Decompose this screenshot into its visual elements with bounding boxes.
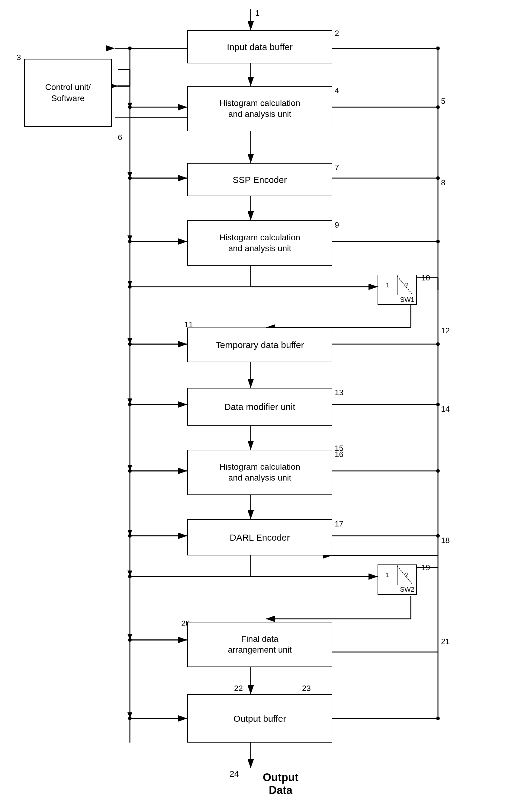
svg-point-76	[128, 716, 132, 720]
darl-encoder-box: DARL Encoder	[187, 519, 332, 555]
output-data-label: Output Data	[263, 771, 298, 797]
histogram2-label: Histogram calculation and analysis unit	[219, 232, 300, 254]
label-13: 13	[335, 388, 344, 397]
svg-marker-92	[127, 465, 132, 471]
label-8: 8	[441, 178, 445, 187]
svg-point-67	[128, 176, 132, 180]
label-14: 14	[441, 405, 450, 414]
label-2: 2	[335, 29, 339, 38]
svg-point-83	[436, 469, 440, 473]
data-modifier-label: Data modifier unit	[224, 401, 295, 412]
label-12: 12	[441, 326, 450, 335]
control-unit-label: Control unit/ Software	[45, 82, 91, 104]
svg-point-66	[128, 105, 132, 109]
sw1-port2: 2	[397, 275, 417, 295]
histogram3-box: Histogram calculation and analysis unit	[187, 450, 332, 495]
label-1: 1	[255, 9, 260, 18]
label-5: 5	[441, 97, 445, 106]
temp-buffer-label: Temporary data buffer	[216, 339, 304, 351]
control-unit-box: Control unit/ Software	[24, 59, 112, 127]
sw1-label: SW1	[378, 295, 416, 304]
darl-encoder-label: DARL Encoder	[230, 532, 290, 543]
sw1-port1: 1	[378, 275, 397, 295]
label-4: 4	[335, 86, 339, 96]
sw2-label: SW2	[378, 585, 416, 594]
label-18: 18	[441, 536, 450, 545]
diagram: Control unit/ Software 3 Input data buff…	[0, 0, 531, 812]
label-19: 19	[421, 563, 430, 572]
svg-point-84	[436, 534, 440, 538]
label-10: 10	[421, 273, 430, 282]
svg-point-71	[128, 403, 132, 406]
svg-point-82	[436, 403, 440, 406]
svg-point-73	[128, 534, 132, 538]
svg-marker-96	[127, 712, 132, 719]
svg-point-68	[128, 240, 132, 243]
final-arrange-box: Final data arrangement unit	[187, 622, 332, 667]
output-buffer-box: Output buffer	[187, 694, 332, 743]
label-17: 17	[335, 519, 344, 528]
label-21: 21	[441, 637, 450, 646]
label-3: 3	[17, 53, 21, 62]
svg-point-72	[128, 469, 132, 473]
data-modifier-box: Data modifier unit	[187, 388, 332, 426]
svg-marker-87	[127, 172, 132, 178]
sw1-box: 1 2 SW1	[378, 275, 417, 305]
ssp-encoder-label: SSP Encoder	[233, 174, 287, 186]
label-9: 9	[335, 220, 339, 230]
temp-buffer-box: Temporary data buffer	[187, 328, 332, 362]
histogram1-box: Histogram calculation and analysis unit	[187, 86, 332, 131]
svg-marker-93	[127, 530, 132, 536]
svg-marker-88	[127, 235, 132, 242]
input-buffer-box: Input data buffer	[187, 30, 332, 63]
histogram3-label: Histogram calculation and analysis unit	[219, 462, 300, 483]
svg-marker-94	[127, 570, 132, 577]
label-7: 7	[335, 163, 339, 172]
svg-marker-89	[127, 281, 132, 287]
final-arrange-label: Final data arrangement unit	[228, 634, 292, 656]
histogram1-label: Histogram calculation and analysis unit	[219, 98, 300, 120]
svg-point-85	[436, 716, 440, 720]
svg-point-65	[128, 46, 132, 50]
svg-marker-95	[127, 634, 132, 640]
svg-point-69	[128, 285, 132, 289]
svg-point-70	[128, 342, 132, 346]
label-6: 6	[118, 133, 122, 142]
svg-point-75	[128, 638, 132, 642]
output-buffer-label: Output buffer	[234, 713, 287, 724]
label-16: 16	[335, 450, 344, 459]
sw2-port1: 1	[378, 565, 397, 585]
svg-point-77	[436, 46, 440, 50]
svg-point-81	[436, 342, 440, 346]
svg-marker-90	[127, 338, 132, 344]
label-23: 23	[302, 684, 311, 693]
sw2-port2: 2	[397, 565, 417, 585]
ssp-encoder-box: SSP Encoder	[187, 163, 332, 196]
svg-point-78	[436, 105, 440, 109]
histogram2-box: Histogram calculation and analysis unit	[187, 220, 332, 266]
label-24: 24	[229, 769, 239, 779]
sw2-box: 1 2 SW2	[378, 564, 417, 595]
svg-marker-91	[127, 398, 132, 405]
svg-marker-86	[127, 103, 132, 109]
label-22: 22	[234, 684, 243, 693]
input-buffer-label: Input data buffer	[227, 41, 293, 53]
svg-point-80	[436, 240, 440, 243]
svg-point-74	[128, 575, 132, 578]
svg-point-79	[436, 176, 440, 180]
